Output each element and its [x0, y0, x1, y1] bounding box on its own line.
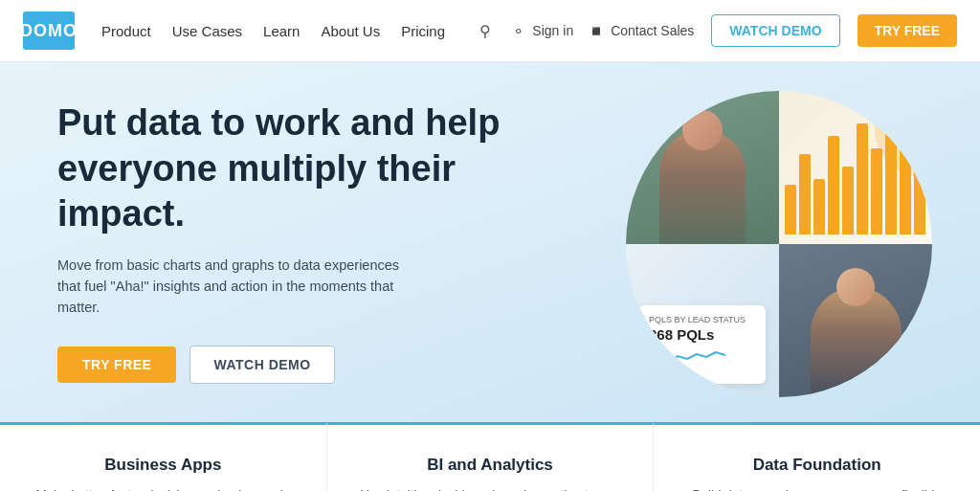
navbar: DOMO Product Use Cases Learn About Us Pr…: [0, 0, 980, 62]
logo[interactable]: DOMO: [23, 11, 75, 50]
sign-in-label: Sign in: [532, 23, 573, 38]
nav-use-cases[interactable]: Use Cases: [172, 23, 242, 39]
user-icon: ⚬: [508, 21, 527, 40]
analytics-value: 268 PQLs: [649, 326, 756, 343]
nav-about-us[interactable]: About Us: [321, 23, 380, 39]
search-button[interactable]: ⚲: [476, 21, 495, 40]
feature-desc-1: Use intuitive dashboards and reporting t…: [358, 484, 623, 491]
hero-image-tl: [626, 91, 779, 244]
feature-title-2: Data Foundation: [684, 456, 949, 475]
navbar-right: ⚲ ⚬ Sign in ◾ Contact Sales WATCH DEMO T…: [476, 14, 957, 47]
watch-demo-hero-button[interactable]: WATCH DEMO: [189, 346, 334, 384]
feature-desc-2: Build data experiences on a secure, flex…: [684, 484, 949, 491]
chart-bar: [857, 123, 868, 234]
chart-bar: [842, 167, 854, 234]
hero-section: Put data to work and help everyone multi…: [0, 62, 980, 422]
chat-icon: ◾: [587, 21, 606, 40]
navbar-left: DOMO Product Use Cases Learn About Us Pr…: [23, 11, 445, 50]
contact-sales-button[interactable]: ◾ Contact Sales: [587, 21, 694, 40]
feature-card-data-foundation: Data Foundation Build data experiences o…: [654, 422, 980, 491]
chart-bar: [885, 99, 897, 234]
feature-title-0: Business Apps: [31, 456, 296, 475]
features-section: Business Apps Make better, faster decisi…: [0, 422, 980, 491]
nav-links: Product Use Cases Learn About Us Pricing: [101, 23, 445, 39]
hero-subtitle: Move from basic charts and graphs to dat…: [57, 255, 421, 319]
contact-sales-label: Contact Sales: [611, 23, 694, 38]
avatar-tl: [634, 99, 668, 133]
hero-circle-image: PQLS BY LEAD STATUS 268 PQLs: [626, 91, 932, 397]
chart-bar: [799, 154, 811, 234]
hero-visual: PQLS BY LEAD STATUS 268 PQLs: [549, 91, 951, 397]
feature-desc-0: Make better, faster decisions using low-…: [31, 484, 296, 491]
chart-bar: [914, 117, 925, 234]
nav-learn[interactable]: Learn: [263, 23, 300, 39]
chart-bar: [900, 129, 911, 234]
search-icon: ⚲: [476, 21, 495, 40]
try-free-hero-button[interactable]: TRY FREE: [57, 346, 176, 383]
chart-bar: [785, 185, 796, 234]
logo-text: DOMO: [20, 21, 78, 41]
sparkline-chart: [649, 346, 725, 370]
hero-buttons: TRY FREE WATCH DEMO: [57, 346, 517, 384]
try-free-nav-button[interactable]: TRY FREE: [858, 14, 957, 47]
watch-demo-button[interactable]: WATCH DEMO: [711, 14, 839, 47]
hero-chart-tr: [779, 91, 932, 244]
nav-icons: ⚲ ⚬ Sign in ◾ Contact Sales: [476, 21, 694, 40]
chart-bar: [871, 148, 882, 234]
hero-analytics-bl: PQLS BY LEAD STATUS 268 PQLs: [626, 244, 779, 397]
feature-card-business-apps: Business Apps Make better, faster decisi…: [0, 422, 327, 491]
hero-image-br: [779, 244, 932, 397]
feature-card-bi-analytics: BI and Analytics Use intuitive dashboard…: [327, 422, 655, 491]
nav-pricing[interactable]: Pricing: [401, 23, 445, 39]
chart-bar: [828, 136, 839, 234]
avatar-br: [890, 351, 924, 386]
nav-product[interactable]: Product: [101, 23, 151, 39]
hero-content: Put data to work and help everyone multi…: [57, 100, 517, 384]
feature-title-1: BI and Analytics: [358, 456, 623, 475]
analytics-label: PQLS BY LEAD STATUS: [649, 315, 756, 324]
chart-bar: [813, 179, 825, 234]
sign-in-button[interactable]: ⚬ Sign in: [508, 21, 573, 40]
hero-title: Put data to work and help everyone multi…: [57, 100, 517, 237]
